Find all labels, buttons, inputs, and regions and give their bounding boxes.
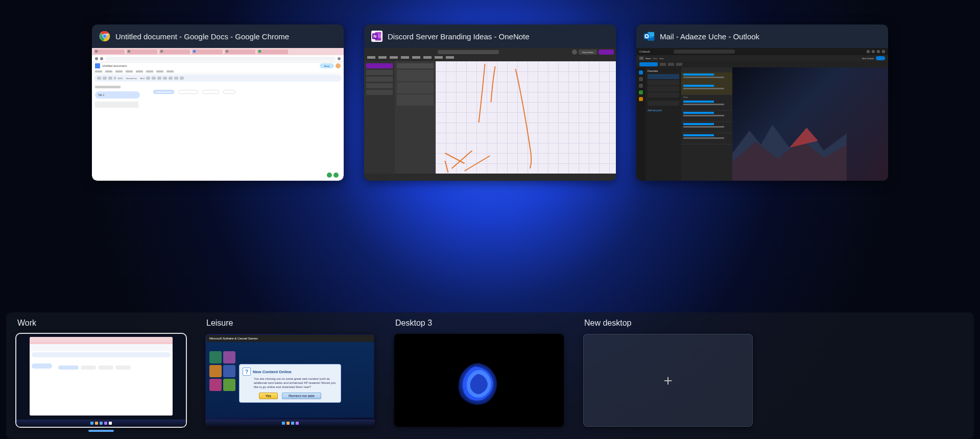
dialog-title: New Content Online: [253, 370, 292, 374]
desktop-thumbnail[interactable]: [394, 334, 564, 427]
note-canvas[interactable]: [436, 61, 616, 174]
window-title: Discord Server Branding Ideas - OneNote: [388, 32, 530, 41]
folder-sent[interactable]: [648, 80, 679, 85]
add-page-button[interactable]: [397, 63, 434, 68]
new-desktop-item[interactable]: New desktop ＋: [583, 319, 753, 427]
search-input[interactable]: [674, 50, 735, 54]
avatar: [572, 50, 577, 55]
svg-point-4: [103, 35, 106, 38]
outline-hint: [95, 102, 138, 108]
open-windows-row: Untitled document - Google Docs - Google…: [0, 0, 980, 205]
message-item[interactable]: [681, 122, 732, 133]
share-button[interactable]: [599, 50, 614, 55]
document-tab[interactable]: Tab 1: [95, 91, 140, 99]
share-button[interactable]: Share: [320, 63, 334, 68]
message-list: Older: [681, 67, 732, 181]
inbox-header: [681, 67, 732, 72]
people-rail-icon[interactable]: [639, 84, 643, 88]
message-item[interactable]: [681, 100, 732, 111]
page-item[interactable]: [397, 70, 434, 81]
account-row[interactable]: [648, 101, 679, 106]
folder-archive[interactable]: [648, 92, 679, 97]
new-desktop-label: New desktop: [583, 319, 753, 328]
dialog-later-button[interactable]: Remind me later: [282, 393, 321, 399]
todo-rail-icon[interactable]: [639, 90, 643, 94]
new-outlook-toggle[interactable]: [876, 56, 885, 60]
new-desktop-button[interactable]: ＋: [583, 334, 753, 427]
desktop-thumbnail[interactable]: Microsoft Solitaire & Casual Games ? New…: [205, 334, 375, 427]
folder-drafts[interactable]: [648, 86, 679, 91]
google-docs-icon: [95, 63, 100, 68]
window-thumb-header: N Discord Server Branding Ideas - OneNot…: [364, 25, 616, 48]
window-title: Mail - Adaeze Uche - Outlook: [660, 32, 759, 41]
notebook-item[interactable]: [366, 63, 393, 68]
document-tabs-label: [95, 86, 121, 88]
message-item[interactable]: [681, 111, 732, 122]
desktop-label: Desktop 3: [394, 319, 564, 328]
desktop-item-leisure[interactable]: Leisure Microsoft Solitaire & Casual Gam…: [205, 319, 375, 427]
new-mail-button[interactable]: [639, 62, 658, 66]
add-account-link[interactable]: Add account: [648, 109, 679, 112]
window-thumb-outlook[interactable]: Mail - Adaeze Uche - Outlook Outlook Hom…: [636, 25, 888, 181]
message-item[interactable]: [681, 133, 732, 144]
section-item[interactable]: [366, 70, 393, 75]
status-dot-icon: [333, 173, 339, 178]
search-input[interactable]: [438, 50, 499, 54]
window-thumb-chrome[interactable]: Untitled document - Google Docs - Google…: [92, 25, 344, 181]
app-title: Microsoft Solitaire & Casual Games: [206, 335, 374, 342]
document-title: Untitled document: [102, 64, 127, 67]
message-item[interactable]: [681, 72, 732, 84]
dialog-yes-button[interactable]: Yes: [259, 393, 278, 399]
window-thumb-header: Untitled document - Google Docs - Google…: [92, 25, 344, 48]
chrome-icon: [99, 31, 110, 42]
window-preview: Outlook Home View Help New Outlook: [636, 48, 888, 181]
mail-rail-icon[interactable]: [639, 70, 643, 75]
window-thumb-header: Mail - Adaeze Uche - Outlook: [636, 25, 888, 48]
outlook-icon: [643, 31, 655, 42]
sticky-notes-button[interactable]: Sticky Notes: [579, 50, 597, 55]
svg-text:N: N: [373, 34, 376, 39]
more-rail-icon[interactable]: [639, 97, 643, 101]
window-preview: Sticky Notes: [364, 48, 616, 181]
desktop-item-work[interactable]: Work: [16, 319, 186, 432]
desktop-item-desktop3[interactable]: Desktop 3: [394, 319, 564, 427]
avatar: [336, 63, 341, 68]
desktop-label: Work: [16, 319, 186, 328]
reading-pane: [732, 67, 888, 181]
suggestion-chip[interactable]: Help me create: [153, 90, 174, 94]
suggestion-chip[interactable]: Meeting notes: [178, 90, 198, 94]
message-item[interactable]: [681, 84, 732, 95]
window-title: Untitled document - Google Docs - Google…: [115, 32, 289, 41]
active-desktop-indicator: [88, 430, 114, 432]
plus-icon: ＋: [661, 371, 675, 390]
calendar-rail-icon[interactable]: [639, 77, 643, 81]
folder-inbox[interactable]: [648, 74, 679, 79]
suggestion-chip[interactable]: More: [223, 90, 235, 94]
window-preview: Untitled document Share 100% Normal text: [92, 48, 344, 181]
desktop-thumbnail[interactable]: [16, 334, 186, 427]
desktop-label: Leisure: [205, 319, 375, 328]
folder-pane: Favorites Add account: [646, 67, 681, 181]
status-dot-icon: [327, 173, 332, 178]
window-thumb-onenote[interactable]: N Discord Server Branding Ideas - OneNot…: [364, 25, 616, 181]
info-icon: ?: [243, 368, 251, 376]
virtual-desktops-panel: Work: [6, 312, 974, 439]
new-content-dialog: ? New Content Online You are missing out…: [239, 364, 341, 402]
onenote-icon: N: [371, 31, 383, 42]
suggestion-chip[interactable]: Email draft: [202, 90, 219, 94]
app-rail: [636, 67, 646, 181]
dialog-body: You are missing out on some great new co…: [254, 377, 338, 389]
